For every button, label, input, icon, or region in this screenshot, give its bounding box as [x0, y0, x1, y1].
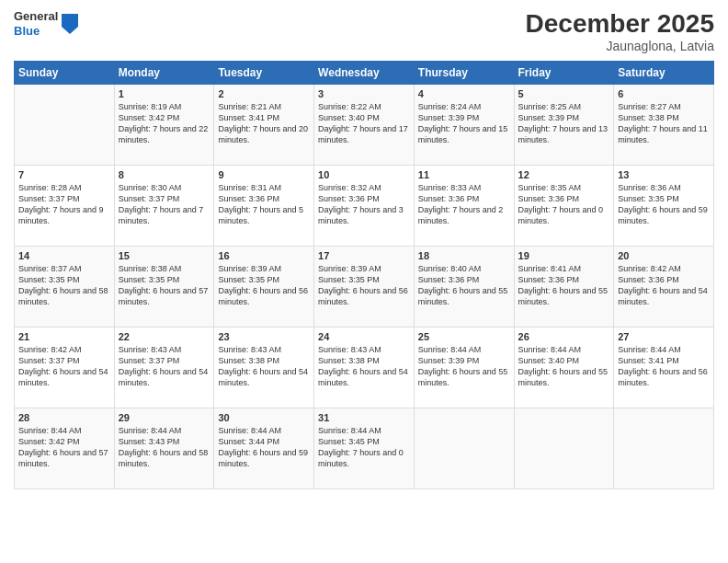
day-info: Sunrise: 8:39 AMSunset: 3:35 PMDaylight:…: [218, 263, 310, 308]
weekday-row: Sunday Monday Tuesday Wednesday Thursday…: [15, 62, 714, 85]
page-header: General Blue December 2025 Jaunaglona, L…: [14, 9, 714, 53]
calendar-cell: 8Sunrise: 8:30 AMSunset: 3:37 PMDaylight…: [114, 166, 214, 247]
calendar-week-4: 21Sunrise: 8:42 AMSunset: 3:37 PMDayligh…: [15, 327, 714, 408]
day-info: Sunrise: 8:44 AMSunset: 3:42 PMDaylight:…: [18, 425, 110, 470]
title-block: December 2025 Jaunaglona, Latvia: [526, 9, 714, 53]
day-number: 31: [318, 412, 410, 423]
day-info: Sunrise: 8:44 AMSunset: 3:40 PMDaylight:…: [518, 344, 610, 389]
day-number: 25: [418, 331, 510, 342]
day-info: Sunrise: 8:42 AMSunset: 3:36 PMDaylight:…: [618, 263, 710, 308]
day-number: 2: [218, 88, 310, 99]
calendar-cell: 23Sunrise: 8:43 AMSunset: 3:38 PMDayligh…: [214, 327, 314, 408]
calendar-cell: 25Sunrise: 8:44 AMSunset: 3:39 PMDayligh…: [414, 327, 514, 408]
calendar-cell: 14Sunrise: 8:37 AMSunset: 3:35 PMDayligh…: [15, 247, 115, 327]
day-info: Sunrise: 8:24 AMSunset: 3:39 PMDaylight:…: [418, 101, 510, 146]
day-info: Sunrise: 8:33 AMSunset: 3:36 PMDaylight:…: [418, 182, 510, 227]
day-info: Sunrise: 8:44 AMSunset: 3:39 PMDaylight:…: [418, 344, 510, 389]
day-number: 20: [618, 250, 710, 261]
day-info: Sunrise: 8:25 AMSunset: 3:39 PMDaylight:…: [518, 101, 610, 146]
location: Jaunaglona, Latvia: [526, 39, 714, 53]
day-number: 28: [18, 412, 110, 423]
header-saturday: Saturday: [614, 62, 714, 85]
day-info: Sunrise: 8:27 AMSunset: 3:38 PMDaylight:…: [618, 101, 710, 146]
calendar-cell: 4Sunrise: 8:24 AMSunset: 3:39 PMDaylight…: [414, 85, 514, 166]
day-number: 29: [119, 412, 210, 423]
header-tuesday: Tuesday: [214, 62, 314, 85]
calendar-week-5: 28Sunrise: 8:44 AMSunset: 3:42 PMDayligh…: [15, 408, 714, 489]
calendar-cell: 6Sunrise: 8:27 AMSunset: 3:38 PMDaylight…: [614, 85, 714, 166]
day-info: Sunrise: 8:36 AMSunset: 3:35 PMDaylight:…: [618, 182, 710, 227]
header-wednesday: Wednesday: [314, 62, 415, 85]
calendar-cell: 26Sunrise: 8:44 AMSunset: 3:40 PMDayligh…: [514, 327, 614, 408]
day-info: Sunrise: 8:35 AMSunset: 3:36 PMDaylight:…: [518, 182, 610, 227]
calendar-cell: 30Sunrise: 8:44 AMSunset: 3:44 PMDayligh…: [214, 408, 314, 489]
calendar-cell: 5Sunrise: 8:25 AMSunset: 3:39 PMDaylight…: [514, 85, 614, 166]
day-info: Sunrise: 8:43 AMSunset: 3:38 PMDaylight:…: [318, 344, 410, 389]
logo: General Blue: [14, 9, 78, 38]
calendar-cell: 11Sunrise: 8:33 AMSunset: 3:36 PMDayligh…: [414, 166, 514, 247]
day-number: 1: [119, 88, 210, 99]
header-thursday: Thursday: [414, 62, 514, 85]
calendar-cell: 3Sunrise: 8:22 AMSunset: 3:40 PMDaylight…: [314, 85, 415, 166]
day-number: 3: [318, 88, 410, 99]
calendar-cell: 31Sunrise: 8:44 AMSunset: 3:45 PMDayligh…: [314, 408, 415, 489]
day-number: 27: [618, 331, 710, 342]
day-info: Sunrise: 8:32 AMSunset: 3:36 PMDaylight:…: [318, 182, 410, 227]
day-info: Sunrise: 8:37 AMSunset: 3:35 PMDaylight:…: [18, 263, 110, 308]
day-number: 7: [18, 169, 110, 180]
day-info: Sunrise: 8:19 AMSunset: 3:42 PMDaylight:…: [119, 101, 210, 146]
calendar-cell: 18Sunrise: 8:40 AMSunset: 3:36 PMDayligh…: [414, 247, 514, 327]
calendar-cell: 12Sunrise: 8:35 AMSunset: 3:36 PMDayligh…: [514, 166, 614, 247]
day-number: 14: [18, 250, 110, 261]
header-sunday: Sunday: [15, 62, 115, 85]
day-info: Sunrise: 8:44 AMSunset: 3:41 PMDaylight:…: [618, 344, 710, 389]
day-number: 13: [618, 169, 710, 180]
day-info: Sunrise: 8:38 AMSunset: 3:35 PMDaylight:…: [119, 263, 210, 308]
day-number: 18: [418, 250, 510, 261]
day-info: Sunrise: 8:28 AMSunset: 3:37 PMDaylight:…: [18, 182, 110, 227]
header-friday: Friday: [514, 62, 614, 85]
day-info: Sunrise: 8:31 AMSunset: 3:36 PMDaylight:…: [218, 182, 310, 227]
day-number: 12: [518, 169, 610, 180]
calendar-cell: 20Sunrise: 8:42 AMSunset: 3:36 PMDayligh…: [614, 247, 714, 327]
svg-marker-0: [62, 14, 78, 34]
day-info: Sunrise: 8:40 AMSunset: 3:36 PMDaylight:…: [418, 263, 510, 308]
day-info: Sunrise: 8:30 AMSunset: 3:37 PMDaylight:…: [119, 182, 210, 227]
calendar-cell: [414, 408, 514, 489]
calendar-cell: [15, 85, 115, 166]
day-number: 11: [418, 169, 510, 180]
day-number: 5: [518, 88, 610, 99]
day-info: Sunrise: 8:39 AMSunset: 3:35 PMDaylight:…: [318, 263, 410, 308]
calendar-cell: 29Sunrise: 8:44 AMSunset: 3:43 PMDayligh…: [114, 408, 214, 489]
day-number: 19: [518, 250, 610, 261]
day-number: 9: [218, 169, 310, 180]
day-info: Sunrise: 8:42 AMSunset: 3:37 PMDaylight:…: [18, 344, 110, 389]
calendar-cell: 7Sunrise: 8:28 AMSunset: 3:37 PMDaylight…: [15, 166, 115, 247]
calendar-cell: 21Sunrise: 8:42 AMSunset: 3:37 PMDayligh…: [15, 327, 115, 408]
day-number: 22: [119, 331, 210, 342]
calendar-cell: 17Sunrise: 8:39 AMSunset: 3:35 PMDayligh…: [314, 247, 415, 327]
day-number: 26: [518, 331, 610, 342]
calendar-cell: 28Sunrise: 8:44 AMSunset: 3:42 PMDayligh…: [15, 408, 115, 489]
calendar-week-3: 14Sunrise: 8:37 AMSunset: 3:35 PMDayligh…: [15, 247, 714, 327]
calendar-cell: [514, 408, 614, 489]
day-number: 6: [618, 88, 710, 99]
calendar-cell: 2Sunrise: 8:21 AMSunset: 3:41 PMDaylight…: [214, 85, 314, 166]
day-number: 10: [318, 169, 410, 180]
day-number: 16: [218, 250, 310, 261]
day-number: 8: [119, 169, 210, 180]
day-info: Sunrise: 8:21 AMSunset: 3:41 PMDaylight:…: [218, 101, 310, 146]
calendar-week-2: 7Sunrise: 8:28 AMSunset: 3:37 PMDaylight…: [15, 166, 714, 247]
logo-icon: [62, 14, 78, 34]
day-info: Sunrise: 8:44 AMSunset: 3:43 PMDaylight:…: [119, 425, 210, 470]
calendar-cell: [614, 408, 714, 489]
day-number: 4: [418, 88, 510, 99]
header-monday: Monday: [114, 62, 214, 85]
day-number: 23: [218, 331, 310, 342]
day-number: 21: [18, 331, 110, 342]
day-info: Sunrise: 8:41 AMSunset: 3:36 PMDaylight:…: [518, 263, 610, 308]
day-number: 17: [318, 250, 410, 261]
day-info: Sunrise: 8:44 AMSunset: 3:44 PMDaylight:…: [218, 425, 310, 470]
calendar-cell: 13Sunrise: 8:36 AMSunset: 3:35 PMDayligh…: [614, 166, 714, 247]
calendar-header: Sunday Monday Tuesday Wednesday Thursday…: [15, 62, 714, 85]
